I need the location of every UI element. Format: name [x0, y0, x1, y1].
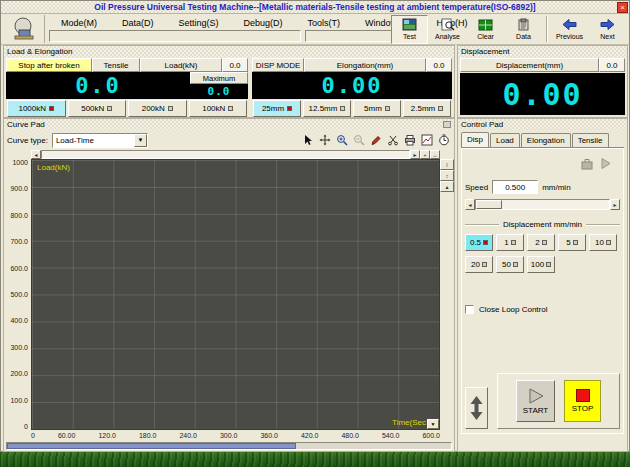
clear-button[interactable]: Clear [467, 15, 504, 44]
jog-up-down-button[interactable] [465, 387, 488, 429]
y-tick-label: 500.0 [10, 291, 28, 298]
speed-preset-button[interactable]: 1 [496, 234, 524, 251]
control-tab[interactable]: Disp [461, 132, 489, 147]
speed-preset-button[interactable]: 100 [527, 256, 555, 273]
x-tick-label: 480.0 [341, 432, 359, 439]
chart-bottom-scrollbar[interactable] [6, 442, 452, 450]
speed-preset-button[interactable]: 20 [465, 256, 493, 273]
slider-right-icon[interactable]: ► [610, 199, 620, 210]
y-tick-label: 900.0 [10, 185, 28, 192]
curve-controls-row: Curve type: Load-Time ▼ [4, 130, 454, 150]
scroll-track[interactable] [41, 150, 410, 159]
curve-pad-detach-icon[interactable] [443, 121, 451, 128]
scroll-up-icon[interactable]: ▲ [440, 181, 454, 192]
close-loop-checkbox[interactable] [465, 305, 474, 314]
speed-preset-button[interactable]: 10 [589, 234, 617, 251]
speed-slider[interactable]: ◄ ► [465, 199, 620, 210]
control-tab[interactable]: Elongation [521, 133, 571, 148]
elongation-range-button[interactable]: 5mm [353, 100, 401, 117]
x-tick-label: 300.0 [220, 432, 238, 439]
maximum-label: Maximum [190, 72, 248, 84]
start-button[interactable]: START [516, 380, 555, 422]
close-loop-label: Close Loop Control [479, 305, 547, 314]
scroll-left-icon[interactable]: ◄ [31, 150, 41, 159]
menu-item[interactable]: Setting(S) [167, 16, 232, 30]
menu-item[interactable]: Tools(T) [296, 16, 354, 30]
axis-dropdown-icon[interactable]: ▼ [427, 419, 439, 429]
load-range-button[interactable]: 1000kN [7, 100, 66, 117]
analyse-button[interactable]: Analyse [429, 15, 466, 44]
speed-buttons-row-2: 20 50 100 [465, 256, 620, 273]
menu-item[interactable]: Data(D) [110, 16, 167, 30]
load-label: Load(kN) [140, 58, 222, 72]
menu-item[interactable]: Debug(D) [232, 16, 296, 30]
full-extent-icon[interactable]: ↔ [430, 150, 440, 159]
plot-canvas[interactable]: Load(kN) Time(Sec ▼ [31, 159, 440, 430]
zoom-out-icon[interactable] [351, 133, 366, 148]
slider-left-icon[interactable]: ◄ [465, 199, 475, 210]
lock-case-icon[interactable] [580, 156, 594, 174]
run-play-icon[interactable] [600, 156, 612, 174]
displacement-section: Displacement Displacement(mm) 0.0 0.00 [457, 45, 628, 118]
elongation-header-value: 0.0 [426, 58, 452, 72]
load-range-button[interactable]: 500kN [68, 100, 127, 117]
speed-preset-button[interactable]: 5 [558, 234, 586, 251]
pan-icon[interactable] [317, 133, 332, 148]
test-type-box[interactable]: Tensile [92, 58, 140, 72]
stop-mode-box[interactable]: Stop after broken [6, 58, 92, 72]
elongation-range-button[interactable]: 25mm [253, 100, 301, 117]
fit-width-icon[interactable]: + [420, 150, 430, 159]
scroll-right-icon[interactable]: ► [410, 150, 420, 159]
control-tab[interactable]: Tensile [572, 133, 609, 148]
speed-preset-button[interactable]: 0.5 [465, 234, 493, 251]
next-button[interactable]: Next [589, 15, 626, 44]
speed-label: Speed [465, 183, 488, 192]
speed-led-icon [482, 262, 487, 267]
x-tick-label: 420.0 [301, 432, 319, 439]
zoom-in-icon[interactable] [334, 133, 349, 148]
data-button[interactable]: Data [505, 15, 542, 44]
data-clipboard-icon [516, 18, 531, 32]
plot-time-label: Time(Sec [392, 418, 426, 427]
control-tab[interactable]: Load [490, 133, 520, 148]
scissors-icon[interactable] [385, 133, 400, 148]
start-stop-panel: START STOP [497, 373, 620, 429]
disp-mode-box[interactable]: DISP MODE [252, 58, 304, 72]
elongation-range-button[interactable]: 2.5mm [403, 100, 451, 117]
slider-thumb[interactable] [476, 200, 502, 209]
x-tick-label: 0 [31, 432, 35, 439]
menu-item[interactable]: Mode(M) [49, 16, 110, 30]
load-range-button[interactable]: 200kN [128, 100, 187, 117]
chart-top-scrollbar[interactable]: ◄ ► + ↔ [31, 150, 440, 159]
load-range-button[interactable]: 100kN [189, 100, 248, 117]
speed-preset-button[interactable]: 50 [496, 256, 524, 273]
elongation-range-button[interactable]: 12.5mm [303, 100, 351, 117]
analyse-icon [440, 18, 455, 32]
displacement-title: Displacement [461, 47, 509, 56]
close-icon[interactable]: × [617, 2, 628, 13]
title-bar[interactable]: Oil Pressure Universal Testing Machine--… [1, 1, 629, 14]
y-axis-ticks: 1000900.0800.0700.0600.0500.0400.0300.02… [4, 159, 31, 430]
displacement-label: Displacement(mm) [460, 58, 599, 72]
pen-icon[interactable] [368, 133, 383, 148]
cursor-icon[interactable] [300, 133, 315, 148]
elongation-lcd-display: 0.00 [252, 72, 452, 99]
vertical-pan-icon[interactable]: ↕ [440, 170, 454, 181]
previous-button[interactable]: Previous [551, 15, 588, 44]
speed-input[interactable] [492, 180, 538, 194]
timer-icon[interactable] [436, 133, 451, 148]
chevron-down-icon[interactable]: ▼ [134, 134, 147, 147]
test-button[interactable]: Test [391, 15, 428, 44]
curve-type-select[interactable]: Load-Time ▼ [52, 133, 148, 148]
toolbar-strip [49, 30, 301, 42]
x-tick-label: 360.0 [260, 432, 278, 439]
chart-export-icon[interactable] [419, 133, 434, 148]
load-column: Stop after broken Tensile Load(kN) 0.0 0… [6, 58, 248, 117]
fit-height-icon[interactable]: I [440, 159, 454, 170]
scrollbar-thumb[interactable] [7, 443, 296, 449]
stop-button[interactable]: STOP [564, 380, 601, 422]
print-icon[interactable] [402, 133, 417, 148]
group-title: Displacement mm/min [465, 220, 620, 229]
speed-preset-button[interactable]: 2 [527, 234, 555, 251]
speed-buttons-row-1: 0.5 1 2 5 [465, 234, 620, 251]
